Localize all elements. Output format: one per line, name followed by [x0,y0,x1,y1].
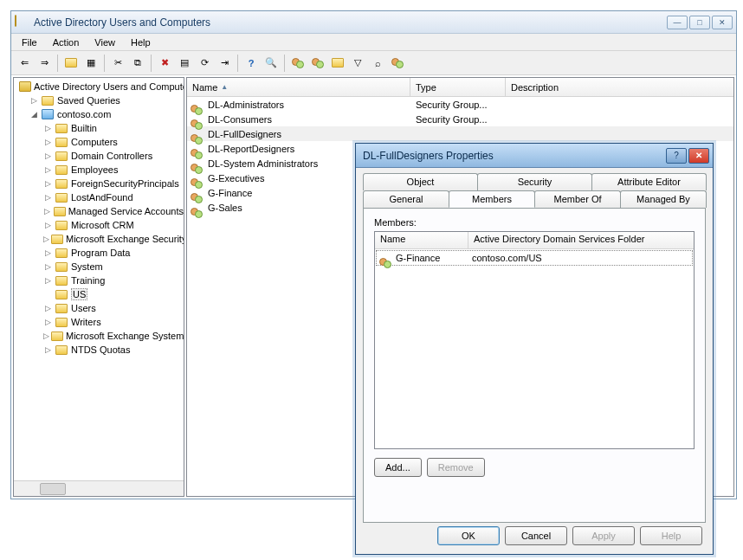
close-button[interactable]: ✕ [712,16,733,29]
menu-file[interactable]: File [15,35,44,49]
tree-item-program-data[interactable]: ▷Program Data [14,246,184,260]
list-row[interactable]: DL-FullDesigners [187,126,733,141]
add-to-group-icon[interactable] [388,54,407,73]
help-button[interactable]: Help [640,526,702,545]
tree-item-computers[interactable]: ▷Computers [14,135,184,149]
expander-icon[interactable]: ▷ [29,96,39,105]
search-icon[interactable]: ⌕ [368,54,387,73]
column-description[interactable]: Description [506,78,733,96]
list-row[interactable]: DL-ConsumersSecurity Group... [187,112,733,126]
filter-icon[interactable]: ▽ [348,54,367,73]
menu-action[interactable]: Action [46,35,87,49]
tree-item-writers[interactable]: ▷Writers [14,315,184,329]
member-row[interactable]: G-Financecontoso.com/US [376,250,693,266]
properties-icon[interactable]: ▤ [175,54,194,73]
cancel-button[interactable]: Cancel [505,526,567,545]
menu-view[interactable]: View [87,35,122,49]
column-name[interactable]: Name▲ [187,78,410,96]
expander-icon[interactable]: ▷ [43,331,49,340]
tree-item-us[interactable]: US [14,287,184,301]
members-col-name[interactable]: Name [375,232,468,248]
expander-icon[interactable]: ▷ [43,304,53,312]
export-icon[interactable]: ⇥ [215,54,234,73]
refresh-icon[interactable]: ⟳ [195,54,214,73]
find-icon[interactable]: 🔍 [262,54,281,73]
tree-item-builtin[interactable]: ▷Builtin [14,121,184,135]
add-button[interactable]: Add... [374,458,422,477]
show-hide-icon[interactable]: ▦ [81,54,100,73]
expander-icon[interactable]: ▷ [43,248,53,257]
expander-icon[interactable]: ▷ [43,179,53,188]
expander-icon[interactable]: ▷ [43,207,52,216]
tree-saved-queries[interactable]: ▷Saved Queries [14,93,184,107]
tab-attribute-editor[interactable]: Attribute Editor [591,173,707,190]
cell-name: DL-Administrators [208,100,416,110]
tab-object[interactable]: Object [363,173,478,190]
tree-item-microsoft-exchange-security-groups[interactable]: ▷Microsoft Exchange Security Groups [14,232,184,246]
folder-icon [55,343,68,357]
tree-label: contoso.com [57,109,111,119]
tree-item-employees[interactable]: ▷Employees [14,163,184,177]
remove-button[interactable]: Remove [427,458,485,477]
expander-icon[interactable]: ▷ [43,138,53,146]
column-type[interactable]: Type [410,78,506,96]
tree-horizontal-scrollbar[interactable] [14,480,184,496]
delete-icon[interactable]: ✖ [155,54,174,73]
expander-icon[interactable]: ▷ [43,345,53,354]
tree-item-foreignsecurityprincipals[interactable]: ▷ForeignSecurityPrincipals [14,177,184,190]
ok-button[interactable]: OK [437,526,500,545]
tree-item-users[interactable]: ▷Users [14,301,184,315]
help-icon[interactable]: ? [242,54,261,73]
tree-item-lostandfound[interactable]: ▷LostAndFound [14,190,184,204]
list-row[interactable]: DL-AdministratorsSecurity Group... [187,97,733,112]
expander-icon[interactable]: ▷ [43,276,53,285]
tree-item-microsoft-exchange-system-objects[interactable]: ▷Microsoft Exchange System Objects [14,329,184,343]
apply-button[interactable]: Apply [572,526,635,545]
folder-icon [54,204,66,218]
expander-icon[interactable]: ◢ [29,110,39,119]
expander-icon[interactable]: ▷ [43,235,49,243]
expander-icon[interactable]: ▷ [43,151,53,160]
dialog-close-button[interactable]: ✕ [688,148,709,164]
tree-item-training[interactable]: ▷Training [14,274,184,287]
members-col-folder[interactable]: Active Directory Domain Services Folder [468,232,694,248]
folder-icon [55,135,68,149]
menu-help[interactable]: Help [124,35,158,49]
back-icon[interactable]: ⇐ [15,54,34,73]
tab-managed-by[interactable]: Managed By [620,190,707,208]
tree-label: NTDS Quotas [71,344,130,355]
tree-item-domain-controllers[interactable]: ▷Domain Controllers [14,149,184,163]
copy-icon[interactable]: ⧉ [128,54,147,73]
forward-icon[interactable]: ⇒ [35,54,54,73]
expander-icon[interactable]: ▷ [43,262,53,271]
expander-icon[interactable]: ▷ [43,193,53,202]
tree-label: Active Directory Users and Computers [34,81,184,92]
tab-members[interactable]: Members [449,190,535,208]
maximize-button[interactable]: □ [689,16,710,29]
expander-icon[interactable]: ▷ [43,165,53,174]
tree-item-ntds-quotas[interactable]: ▷NTDS Quotas [14,343,184,357]
expander-icon[interactable]: ▷ [43,318,53,326]
tab-member-of[interactable]: Member Of [534,190,621,208]
tree-item-microsoft-crm[interactable]: ▷Microsoft CRM [14,218,184,232]
dialog-help-button[interactable]: ? [666,148,687,164]
cell-name: DL-Consumers [208,114,416,125]
expander-icon[interactable]: ▷ [43,221,53,229]
cut-icon[interactable]: ✂ [108,54,127,73]
minimize-button[interactable]: — [667,16,688,29]
new-ou-icon[interactable] [328,54,347,73]
tree-item-managed-service-accounts[interactable]: ▷Managed Service Accounts [14,204,184,218]
up-icon[interactable] [61,54,81,73]
new-group-icon[interactable] [308,54,327,73]
titlebar: Active Directory Users and Computers — □… [11,11,736,34]
new-user-icon[interactable] [288,54,307,73]
tree-label: Employees [71,164,118,175]
tab-security[interactable]: Security [477,173,592,190]
tree-item-system[interactable]: ▷System [14,260,184,274]
tree-label: Training [71,275,105,286]
folder-icon [51,329,63,343]
tree-root[interactable]: Active Directory Users and Computers [14,80,184,93]
tree-domain[interactable]: ◢contoso.com [14,107,184,121]
expander-icon[interactable]: ▷ [43,124,53,132]
tab-general[interactable]: General [363,190,449,208]
